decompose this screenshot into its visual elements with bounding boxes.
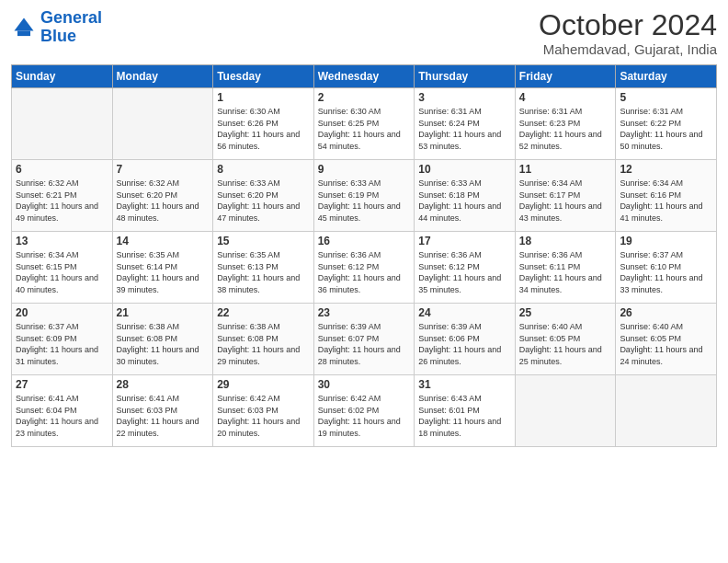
day-cell: 6Sunrise: 6:32 AMSunset: 6:21 PMDaylight… xyxy=(12,160,113,232)
day-cell: 24Sunrise: 6:39 AMSunset: 6:06 PMDayligh… xyxy=(415,304,516,375)
day-cell: 9Sunrise: 6:33 AMSunset: 6:19 PMDaylight… xyxy=(313,160,415,232)
page-container: General Blue October 2024 Mahemdavad, Gu… xyxy=(0,0,728,454)
day-number: 20 xyxy=(16,306,108,319)
day-number: 13 xyxy=(16,235,108,247)
day-cell: 16Sunrise: 6:36 AMSunset: 6:12 PMDayligh… xyxy=(313,232,415,304)
col-header-sunday: Sunday xyxy=(12,65,113,88)
day-cell: 5Sunrise: 6:31 AMSunset: 6:22 PMDaylight… xyxy=(616,88,717,160)
day-number: 10 xyxy=(418,163,511,176)
day-info: Sunrise: 6:36 AMSunset: 6:12 PMDaylight:… xyxy=(318,249,411,295)
day-info: Sunrise: 6:31 AMSunset: 6:22 PMDaylight:… xyxy=(620,106,712,152)
day-number: 23 xyxy=(318,306,411,319)
day-number: 8 xyxy=(217,163,310,176)
day-number: 25 xyxy=(519,306,612,319)
day-number: 27 xyxy=(16,378,108,391)
day-cell: 31Sunrise: 6:43 AMSunset: 6:01 PMDayligh… xyxy=(415,375,516,447)
month-title: October 2024 xyxy=(539,9,717,41)
day-cell: 20Sunrise: 6:37 AMSunset: 6:09 PMDayligh… xyxy=(12,304,113,375)
day-info: Sunrise: 6:39 AMSunset: 6:07 PMDaylight:… xyxy=(318,321,411,367)
day-number: 26 xyxy=(620,306,712,319)
day-number: 2 xyxy=(318,91,411,104)
day-info: Sunrise: 6:32 AMSunset: 6:20 PMDaylight:… xyxy=(117,178,210,224)
day-number: 29 xyxy=(217,378,310,391)
page-header: General Blue October 2024 Mahemdavad, Gu… xyxy=(11,9,717,57)
day-info: Sunrise: 6:40 AMSunset: 6:05 PMDaylight:… xyxy=(620,321,712,367)
day-number: 11 xyxy=(519,163,612,176)
day-info: Sunrise: 6:42 AMSunset: 6:02 PMDaylight:… xyxy=(318,393,411,439)
day-info: Sunrise: 6:42 AMSunset: 6:03 PMDaylight:… xyxy=(217,393,310,439)
day-cell: 28Sunrise: 6:41 AMSunset: 6:03 PMDayligh… xyxy=(112,375,213,447)
day-number: 9 xyxy=(318,163,411,176)
day-info: Sunrise: 6:40 AMSunset: 6:05 PMDaylight:… xyxy=(519,321,612,367)
week-row-0: 1Sunrise: 6:30 AMSunset: 6:26 PMDaylight… xyxy=(12,88,717,160)
day-cell: 18Sunrise: 6:36 AMSunset: 6:11 PMDayligh… xyxy=(515,232,616,304)
day-info: Sunrise: 6:35 AMSunset: 6:13 PMDaylight:… xyxy=(217,249,310,295)
day-info: Sunrise: 6:30 AMSunset: 6:25 PMDaylight:… xyxy=(318,106,411,152)
day-cell: 10Sunrise: 6:33 AMSunset: 6:18 PMDayligh… xyxy=(415,160,516,232)
day-cell: 4Sunrise: 6:31 AMSunset: 6:23 PMDaylight… xyxy=(515,88,616,160)
day-cell: 19Sunrise: 6:37 AMSunset: 6:10 PMDayligh… xyxy=(616,232,717,304)
logo-text: General Blue xyxy=(40,9,102,46)
svg-marker-0 xyxy=(15,17,34,30)
day-cell: 3Sunrise: 6:31 AMSunset: 6:24 PMDaylight… xyxy=(415,88,516,160)
day-info: Sunrise: 6:37 AMSunset: 6:10 PMDaylight:… xyxy=(620,249,712,295)
logo: General Blue xyxy=(11,9,102,46)
day-number: 19 xyxy=(620,235,712,247)
day-number: 16 xyxy=(318,235,411,247)
day-info: Sunrise: 6:43 AMSunset: 6:01 PMDaylight:… xyxy=(418,393,511,439)
col-header-tuesday: Tuesday xyxy=(213,65,314,88)
day-cell: 30Sunrise: 6:42 AMSunset: 6:02 PMDayligh… xyxy=(313,375,415,447)
week-row-3: 20Sunrise: 6:37 AMSunset: 6:09 PMDayligh… xyxy=(12,304,717,375)
day-info: Sunrise: 6:34 AMSunset: 6:15 PMDaylight:… xyxy=(16,249,108,295)
week-row-4: 27Sunrise: 6:41 AMSunset: 6:04 PMDayligh… xyxy=(12,375,717,447)
day-number: 18 xyxy=(519,235,612,247)
col-header-monday: Monday xyxy=(112,65,213,88)
day-info: Sunrise: 6:30 AMSunset: 6:26 PMDaylight:… xyxy=(217,106,310,152)
day-cell: 2Sunrise: 6:30 AMSunset: 6:25 PMDaylight… xyxy=(313,88,415,160)
day-number: 12 xyxy=(620,163,712,176)
day-cell xyxy=(12,88,113,160)
day-info: Sunrise: 6:36 AMSunset: 6:12 PMDaylight:… xyxy=(418,249,511,295)
day-number: 24 xyxy=(418,306,511,319)
day-info: Sunrise: 6:34 AMSunset: 6:16 PMDaylight:… xyxy=(620,178,712,224)
day-cell: 14Sunrise: 6:35 AMSunset: 6:14 PMDayligh… xyxy=(112,232,213,304)
col-header-saturday: Saturday xyxy=(616,65,717,88)
week-row-2: 13Sunrise: 6:34 AMSunset: 6:15 PMDayligh… xyxy=(12,232,717,304)
day-number: 3 xyxy=(418,91,511,104)
day-info: Sunrise: 6:35 AMSunset: 6:14 PMDaylight:… xyxy=(117,249,210,295)
day-info: Sunrise: 6:41 AMSunset: 6:03 PMDaylight:… xyxy=(117,393,210,439)
day-cell: 23Sunrise: 6:39 AMSunset: 6:07 PMDayligh… xyxy=(313,304,415,375)
day-cell: 25Sunrise: 6:40 AMSunset: 6:05 PMDayligh… xyxy=(515,304,616,375)
day-cell: 11Sunrise: 6:34 AMSunset: 6:17 PMDayligh… xyxy=(515,160,616,232)
day-number: 15 xyxy=(217,235,310,247)
day-number: 17 xyxy=(418,235,511,247)
day-cell: 7Sunrise: 6:32 AMSunset: 6:20 PMDaylight… xyxy=(112,160,213,232)
day-cell: 21Sunrise: 6:38 AMSunset: 6:08 PMDayligh… xyxy=(112,304,213,375)
day-cell xyxy=(616,375,717,447)
day-cell: 12Sunrise: 6:34 AMSunset: 6:16 PMDayligh… xyxy=(616,160,717,232)
day-cell: 13Sunrise: 6:34 AMSunset: 6:15 PMDayligh… xyxy=(12,232,113,304)
header-row: SundayMondayTuesdayWednesdayThursdayFrid… xyxy=(12,65,717,88)
day-info: Sunrise: 6:36 AMSunset: 6:11 PMDaylight:… xyxy=(519,249,612,295)
day-number: 21 xyxy=(117,306,210,319)
day-cell: 26Sunrise: 6:40 AMSunset: 6:05 PMDayligh… xyxy=(616,304,717,375)
day-number: 7 xyxy=(117,163,210,176)
day-cell xyxy=(112,88,213,160)
day-info: Sunrise: 6:32 AMSunset: 6:21 PMDaylight:… xyxy=(16,178,108,224)
day-cell xyxy=(515,375,616,447)
day-info: Sunrise: 6:41 AMSunset: 6:04 PMDaylight:… xyxy=(16,393,108,439)
day-cell: 15Sunrise: 6:35 AMSunset: 6:13 PMDayligh… xyxy=(213,232,314,304)
day-cell: 8Sunrise: 6:33 AMSunset: 6:20 PMDaylight… xyxy=(213,160,314,232)
day-number: 1 xyxy=(217,91,310,104)
day-number: 4 xyxy=(519,91,612,104)
col-header-thursday: Thursday xyxy=(415,65,516,88)
title-block: October 2024 Mahemdavad, Gujarat, India xyxy=(539,9,717,57)
day-cell: 29Sunrise: 6:42 AMSunset: 6:03 PMDayligh… xyxy=(213,375,314,447)
day-number: 30 xyxy=(318,378,411,391)
col-header-wednesday: Wednesday xyxy=(313,65,415,88)
day-info: Sunrise: 6:37 AMSunset: 6:09 PMDaylight:… xyxy=(16,321,108,367)
logo-icon xyxy=(11,15,37,40)
day-number: 6 xyxy=(16,163,108,176)
day-cell: 1Sunrise: 6:30 AMSunset: 6:26 PMDaylight… xyxy=(213,88,314,160)
day-info: Sunrise: 6:33 AMSunset: 6:19 PMDaylight:… xyxy=(318,178,411,224)
